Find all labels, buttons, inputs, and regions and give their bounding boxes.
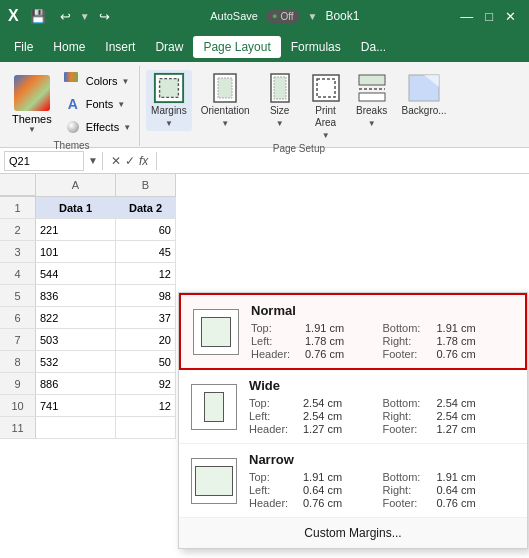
fonts-icon: A — [64, 95, 82, 113]
table-row[interactable]: 988692 — [0, 373, 176, 395]
cell-a[interactable]: 836 — [36, 285, 116, 306]
margins-button[interactable]: Margins ▼ — [146, 70, 192, 131]
breaks-button[interactable]: Breaks ▼ — [351, 70, 393, 131]
themes-button[interactable]: Themes ▼ — [8, 73, 56, 136]
margin-narrow-right-key: Right: — [383, 484, 435, 496]
cell-b[interactable]: 12 — [116, 395, 176, 416]
cell-b[interactable]: 60 — [116, 219, 176, 240]
row-number: 6 — [0, 307, 36, 328]
formula-confirm-icon[interactable]: ✓ — [125, 154, 135, 168]
cell-b[interactable]: 92 — [116, 373, 176, 394]
table-row[interactable]: 750320 — [0, 329, 176, 351]
margin-preview-inner-normal — [201, 317, 231, 347]
table-row[interactable]: 682237 — [0, 307, 176, 329]
cell-b[interactable]: 37 — [116, 307, 176, 328]
margin-preview-inner-narrow — [195, 466, 233, 496]
size-button[interactable]: Size ▼ — [259, 70, 301, 131]
custom-margins-button[interactable]: Custom Margins... — [179, 518, 527, 548]
table-row[interactable]: 853250 — [0, 351, 176, 373]
background-icon — [408, 73, 440, 103]
orientation-label: Orientation — [201, 105, 250, 117]
cell-a[interactable]: 101 — [36, 241, 116, 262]
svg-rect-10 — [359, 93, 385, 101]
menu-draw[interactable]: Draw — [145, 36, 193, 58]
cell-a[interactable]: 221 — [36, 219, 116, 240]
formula-divider-2 — [156, 152, 157, 170]
cell-a[interactable]: 822 — [36, 307, 116, 328]
margin-option-normal[interactable]: Normal Top: 1.91 cm Bottom: 1.91 cm Left… — [179, 293, 527, 370]
margin-normal-header-val: 0.76 cm — [305, 348, 344, 360]
cell-b[interactable] — [116, 417, 176, 438]
table-row[interactable]: 454412 — [0, 263, 176, 285]
cell-b[interactable]: 98 — [116, 285, 176, 306]
colors-button[interactable]: Colors ▼ — [60, 70, 135, 92]
formula-fx-icon[interactable]: fx — [139, 154, 148, 168]
cell-a[interactable]: 532 — [36, 351, 116, 372]
margin-wide-name: Wide — [249, 378, 515, 393]
menu-formulas[interactable]: Formulas — [281, 36, 351, 58]
size-label: Size — [270, 105, 289, 117]
margin-narrow-bottom-row: Bottom: 1.91 cm — [383, 471, 516, 483]
cell-a[interactable]: 503 — [36, 329, 116, 350]
menu-insert[interactable]: Insert — [95, 36, 145, 58]
table-row[interactable]: 1074112 — [0, 395, 176, 417]
formula-cancel-icon[interactable]: ✕ — [111, 154, 121, 168]
cell-b[interactable]: 45 — [116, 241, 176, 262]
autosave-toggle[interactable]: ● Off — [266, 10, 300, 23]
menu-file[interactable]: File — [4, 36, 43, 58]
menu-home[interactable]: Home — [43, 36, 95, 58]
name-box[interactable]: Q21 — [4, 151, 84, 171]
breaks-label: Breaks — [356, 105, 387, 117]
margin-wide-top-key: Top: — [249, 397, 301, 409]
margin-option-narrow[interactable]: Narrow Top: 1.91 cm Bottom: 1.91 cm Left… — [179, 444, 527, 518]
formula-expand-icon[interactable]: ▼ — [88, 155, 98, 166]
size-arrow: ▼ — [276, 119, 284, 128]
undo-dropdown[interactable]: ▼ — [80, 11, 90, 22]
row-number: 4 — [0, 263, 36, 284]
margin-narrow-footer-key: Footer: — [383, 497, 435, 509]
table-row[interactable]: 222160 — [0, 219, 176, 241]
redo-button[interactable]: ↪ — [94, 7, 115, 26]
margin-normal-header-row: Header: 0.76 cm — [251, 348, 382, 360]
margin-wide-footer-key: Footer: — [383, 423, 435, 435]
close-button[interactable]: ✕ — [500, 7, 521, 26]
margin-wide-top-val: 2.54 cm — [303, 397, 342, 409]
table-row[interactable]: 11 — [0, 417, 176, 439]
margin-narrow-header-row: Header: 0.76 cm — [249, 497, 382, 509]
maximize-button[interactable]: □ — [480, 7, 498, 26]
margin-wide-bottom-val: 2.54 cm — [437, 397, 476, 409]
table-row[interactable]: 583698 — [0, 285, 176, 307]
table-row[interactable]: 1Data 1Data 2 — [0, 197, 176, 219]
effects-button[interactable]: Effects ▼ — [60, 116, 135, 138]
page-setup-buttons: Margins ▼ Orientation ▼ — [146, 70, 452, 143]
minimize-button[interactable]: — — [455, 7, 478, 26]
fonts-button[interactable]: A Fonts ▼ — [60, 93, 135, 115]
cell-b[interactable]: 12 — [116, 263, 176, 284]
cell-b[interactable]: 50 — [116, 351, 176, 372]
svg-rect-5 — [274, 77, 286, 99]
margin-normal-right-row: Right: 1.78 cm — [383, 335, 514, 347]
margin-normal-header-key: Header: — [251, 348, 303, 360]
autosave-label: AutoSave — [210, 10, 258, 22]
menu-page-layout[interactable]: Page Layout — [193, 36, 280, 58]
table-row[interactable]: 310145 — [0, 241, 176, 263]
margin-wide-header-row: Header: 1.27 cm — [249, 423, 382, 435]
cell-a[interactable]: 741 — [36, 395, 116, 416]
cell-a[interactable] — [36, 417, 116, 438]
spreadsheet: A B 1Data 1Data 222216031014545441258369… — [0, 174, 176, 439]
cell-b[interactable]: 20 — [116, 329, 176, 350]
save-button[interactable]: 💾 — [25, 7, 51, 26]
menu-data[interactable]: Da... — [351, 36, 396, 58]
orientation-button[interactable]: Orientation ▼ — [196, 70, 255, 131]
margin-wide-header-key: Header: — [249, 423, 301, 435]
margin-option-wide[interactable]: Wide Top: 2.54 cm Bottom: 2.54 cm Left: … — [179, 370, 527, 444]
cell-a[interactable]: 544 — [36, 263, 116, 284]
undo-button[interactable]: ↩ — [55, 7, 76, 26]
row-number: 7 — [0, 329, 36, 350]
cell-a[interactable]: 886 — [36, 373, 116, 394]
background-button[interactable]: Backgro... — [397, 70, 452, 120]
cell-b[interactable]: Data 2 — [116, 197, 176, 218]
cell-a[interactable]: Data 1 — [36, 197, 116, 218]
print-area-button[interactable]: PrintArea ▼ — [305, 70, 347, 143]
margin-wide-bottom-key: Bottom: — [383, 397, 435, 409]
